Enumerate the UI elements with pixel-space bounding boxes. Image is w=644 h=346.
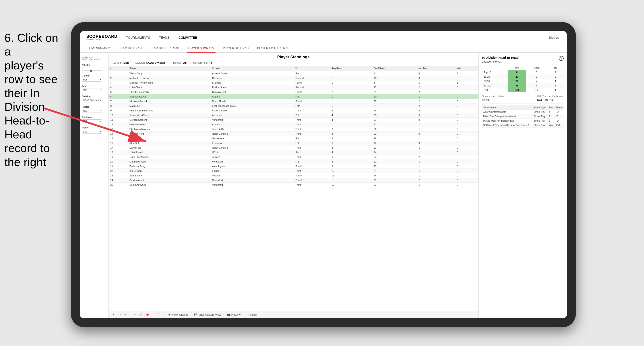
table-row[interactable]: 4 Luke Claton Florida State Second 1 27 … [108,85,478,90]
year-select[interactable]: (All) ▾ [82,88,102,92]
h2h-title: In Division Head-to-Head [482,56,519,59]
nav-item-tournaments[interactable]: TOURNAMENTS [126,35,150,40]
table-row[interactable]: 1 Wenyi Ding Arizona State First 1 1 8 1 [108,71,478,76]
table-row[interactable]: 17 David Ford North Carolina Third 2 21 … [108,146,478,150]
nav-bar: SCOREBOARD Powered by clippi TOURNAMENTS… [80,31,567,44]
table-row[interactable]: 18 Luke Powell UCLA First 4 24 1 0 [108,150,478,155]
region-select[interactable]: N/A ▾ [82,109,102,113]
sign-out-button[interactable]: Sign out [549,35,560,40]
table-row[interactable]: 11 Gordon Sargent Vanderbilt Third 4 21 … [108,118,478,122]
toolbar-undo[interactable]: ↩ [113,313,115,316]
tournament-table-row: Amer Ari Intercollegiate Stroke Play 4 -… [482,110,564,114]
cell-school: Florida [210,169,294,173]
nav-item-committee[interactable]: COMMITTEE [178,35,197,40]
cell-yr: Fifth [294,136,330,141]
logo-subtitle: Powered by clippi [86,38,117,40]
cell-win: 0 [455,169,478,173]
subnav-player-h2h-heatmap[interactable]: PLAYER H2H HEATMAP [256,44,290,53]
table-row[interactable]: 25 Cole Sherwood Vanderbilt Third 12 23 … [108,183,478,187]
cell-yr: Fourth [294,178,330,183]
cell-num: 4 [108,85,128,90]
subnav-player-h2h-grid[interactable]: PLAYER H2H GRID [222,44,250,53]
wlt-label: W-L-T record in-division: [537,95,564,98]
save-custom-view-btn[interactable]: 💾 Save Custom View [193,313,222,317]
table-row[interactable]: 15 Jake Hall Tennessee Fifth 5 26 1 0 [108,136,478,141]
table-row[interactable]: 10 Jacob Mou-Glosse Arkansas Fifth 4 23 … [108,113,478,118]
cell-school: Auburn [210,122,294,127]
logo-title: SCOREBOARD [86,34,117,38]
table-row[interactable]: 7 Nicholas Gabrelcik North Florida Fourt… [108,99,478,104]
watch-btn[interactable]: 📺 Watch ▾ [226,313,242,317]
table-row[interactable]: 6 Jackson Koivun Auburn First 1 20 1 0 [108,94,478,99]
table-row[interactable]: 22 Ian Gilligan Florida Third 10 24 1 0 [108,169,478,173]
cell-num: 6 [108,94,128,99]
h2h-header: In Division Head-to-Head Jackson Koivun … [482,56,564,63]
cell-reg: 1 [330,80,372,85]
h2h-player-name: Jackson Koivun [482,60,519,63]
toolbar-sep2: | [152,313,153,316]
conference-select[interactable]: (All) ▾ [82,119,102,123]
cell-reg: 1 [330,122,372,127]
gender-select[interactable]: Men ▾ [82,78,102,82]
table-row[interactable]: 12 Brendan Valles Auburn Third 1 22 1 0 [108,122,478,127]
cell-num: 24 [108,178,128,183]
cell-win: 0 [455,104,478,108]
table-row[interactable]: 13 Phichaksn Maichon Texas A&M Third 6 3… [108,127,478,132]
toolbar-copy[interactable]: 📋 [139,313,142,316]
cell-rds: 2 [417,85,455,90]
col-pos: Pos [548,105,554,110]
toolbar-paste[interactable]: 📌 [146,313,149,316]
h2h-cell-loss: 11 [526,88,547,92]
col-event-type: Event Type [532,105,548,110]
table-row[interactable]: 9 Preston Summerhays Arizona State Third… [108,108,478,113]
nav-item-teams[interactable]: TEAMS [159,35,170,40]
no-rds-slider[interactable] [82,70,102,71]
cell-school: Florida State [210,85,294,90]
table-row[interactable]: 3 Michael Thorbjornsen Stanford Fourth 1… [108,80,478,85]
cell-rds: 1 [417,94,455,99]
table-row[interactable]: 2 Michael La Sasso Ole Miss Second 1 18 … [108,76,478,80]
share-btn[interactable]: ↗ Share [245,313,258,317]
toolbar-forward[interactable]: ↪ [124,313,126,316]
cell-rds: 2 [417,108,455,113]
table-row[interactable]: 20 Matthew Riedel Vanderbilt Fifth 3 22 … [108,160,478,164]
h2h-close-button[interactable]: ✕ [559,56,564,61]
toolbar-redo[interactable]: ↩ [118,313,121,316]
save-label: Save Custom View [198,313,221,316]
subnav-team-summary[interactable]: TEAM SUMMARY [86,44,112,53]
h2h-cell-tie: 1 [548,79,564,83]
cell-reg: 1 [330,71,372,76]
toolbar-sep3: | [163,313,164,316]
cell-num: 9 [108,108,128,113]
cell-rds: 2 [417,155,455,160]
cell-player: Gordon Sargent [128,118,210,122]
cell-num: 7 [108,99,128,104]
table-row[interactable]: 24 Bastien Amat New Mexico Fourth 1 27 2… [108,178,478,183]
cell-win: 0 [455,155,478,160]
table-row[interactable]: 14 Maxwell Ford North Carolina Third 3 2… [108,132,478,136]
cell-yr: Second [294,76,330,80]
cell-rds: 2 [417,99,455,104]
subnav-player-summary[interactable]: PLAYER SUMMARY [187,44,216,53]
subnav-team-h2h-heatmap[interactable]: TEAM H2H HEATMAP [149,44,180,53]
bottom-toolbar: ↩ ↩ ↪ | ✂ 📋 📌 | 🕐 | 👁 View: Original [108,311,478,318]
subnav-team-h2h-grid[interactable]: TEAM H2H GRID [118,44,142,53]
toolbar-cut[interactable]: ✂ [134,313,136,316]
table-row[interactable]: 21 Taehoon Song Washington Fourth 6 23 1… [108,164,478,169]
view-icon: 👁 [168,313,171,316]
table-row[interactable]: 19 Tiger Christensen Arizona Third 8 23 … [108,155,478,160]
view-original-btn[interactable]: 👁 View: Original [167,313,190,317]
cell-school: Washington [210,164,294,169]
division-select[interactable]: NCAA Division I ▾ [82,99,102,102]
player-select[interactable]: (All) ▾ [82,130,102,134]
table-row[interactable]: 8 Mats Ege East Tennessee State Fifth 1 … [108,104,478,108]
cell-win: 0 [455,108,478,113]
slider-thumb[interactable] [90,70,92,72]
cell-school: Arkansas [210,113,294,118]
toolbar-clock[interactable]: 🕐 [156,313,160,316]
table-row[interactable]: 16 Alex Goff Kentucky Fifth 8 19 0 0 [108,141,478,146]
cell-num: 25 [108,183,128,187]
table-row[interactable]: 23 Jack Lundin Missouri Fourth 11 24 1 0 [108,173,478,178]
table-row[interactable]: 5 Christo Lamprecht Georgia Tech Fourth … [108,90,478,94]
cell-num: 19 [108,155,128,160]
